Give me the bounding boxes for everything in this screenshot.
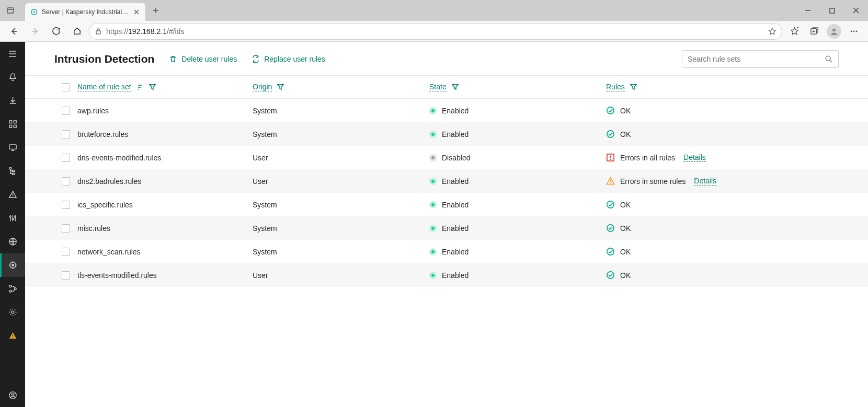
sidebar-item-assets[interactable] xyxy=(0,136,25,159)
svg-point-18 xyxy=(9,216,11,217)
details-link[interactable]: Details xyxy=(683,153,706,162)
sidebar xyxy=(0,42,25,407)
nav-forward[interactable] xyxy=(26,22,44,40)
table-row[interactable]: tls-events-modified.rules User Enabled O… xyxy=(25,263,868,287)
replace-user-rules-button[interactable]: Replace user rules xyxy=(252,55,325,63)
more-icon xyxy=(850,27,858,36)
sidebar-item-structure[interactable] xyxy=(0,159,25,183)
svg-point-38 xyxy=(607,225,614,231)
address-bar[interactable]: https://192.168.2.1/#/ids xyxy=(89,23,782,40)
select-all-checkbox[interactable] xyxy=(62,83,70,91)
window-minimize[interactable] xyxy=(796,0,820,21)
search-box[interactable] xyxy=(682,50,839,68)
cell-name: bruteforce.rules xyxy=(77,130,128,138)
state-dot-disabled xyxy=(429,154,437,161)
table-body: awp.rules System Enabled OK bruteforce.r… xyxy=(25,99,868,287)
window-close[interactable] xyxy=(844,0,868,21)
svg-point-40 xyxy=(607,272,614,278)
svg-point-31 xyxy=(826,56,830,61)
sort-button[interactable] xyxy=(136,84,144,91)
browser-tab-active[interactable]: Server | Kaspersky Industrial Cyb xyxy=(25,3,145,21)
page-header: Intrusion Detection Delete user rules Re… xyxy=(25,42,868,76)
favorites-button[interactable] xyxy=(785,22,803,40)
row-checkbox[interactable] xyxy=(62,201,70,209)
delete-user-rules-button[interactable]: Delete user rules xyxy=(169,55,237,63)
sidebar-item-attention[interactable] xyxy=(0,324,25,347)
sidebar-item-network[interactable] xyxy=(0,230,25,253)
cell-name: ics_specific.rules xyxy=(77,201,133,209)
svg-point-27 xyxy=(12,311,14,313)
row-checkbox[interactable] xyxy=(62,130,70,138)
table-row[interactable]: dns-events-modified.rules User Disabled … xyxy=(25,146,868,169)
table-row[interactable]: bruteforce.rules System Enabled OK xyxy=(25,122,868,146)
state-dot-enabled xyxy=(429,248,437,255)
url-text: https://192.168.2.1/#/ids xyxy=(106,27,764,36)
check-circle-icon xyxy=(606,271,615,280)
row-checkbox[interactable] xyxy=(62,107,70,115)
cell-origin: System xyxy=(253,107,277,115)
col-header-name: Name of rule set xyxy=(77,83,253,91)
filter-button-name[interactable] xyxy=(149,84,156,90)
filter-button-origin[interactable] xyxy=(277,84,284,90)
arrow-left-icon xyxy=(9,27,19,36)
filter-button-rules[interactable] xyxy=(630,84,637,90)
favicon-icon xyxy=(30,8,38,16)
browser-toolbar: https://192.168.2.1/#/ids xyxy=(0,21,868,42)
avatar xyxy=(827,24,841,39)
filter-button-state[interactable] xyxy=(452,84,459,90)
cell-origin: System xyxy=(253,130,277,138)
profile-button[interactable] xyxy=(825,22,843,40)
warning-solid-icon xyxy=(8,331,17,340)
target-icon xyxy=(8,261,17,270)
collections-button[interactable] xyxy=(805,22,823,40)
svg-point-32 xyxy=(607,107,614,114)
sidebar-item-settings[interactable] xyxy=(0,300,25,324)
window-maximize[interactable] xyxy=(820,0,844,21)
table-row[interactable]: ics_specific.rules System Enabled OK xyxy=(25,193,868,216)
sidebar-menu-toggle[interactable] xyxy=(0,42,25,65)
search-input[interactable] xyxy=(688,55,820,63)
sidebar-item-ids[interactable] xyxy=(0,253,25,277)
tab-title: Server | Kaspersky Industrial Cyb xyxy=(42,8,129,16)
sidebar-item-integrations[interactable] xyxy=(0,277,25,300)
star-add-icon[interactable] xyxy=(768,27,776,36)
sidebar-item-monitoring[interactable] xyxy=(0,206,25,230)
state-text: Enabled xyxy=(442,130,469,138)
row-checkbox[interactable] xyxy=(62,224,70,232)
bell-icon xyxy=(8,73,17,82)
refresh-icon xyxy=(52,27,61,36)
svg-point-7 xyxy=(851,30,852,32)
row-checkbox[interactable] xyxy=(62,177,70,185)
sort-icon xyxy=(136,84,144,91)
tab-list-button[interactable] xyxy=(0,0,21,21)
favorites-icon xyxy=(790,27,799,36)
table-row[interactable]: awp.rules System Enabled OK xyxy=(25,99,868,122)
svg-point-19 xyxy=(12,218,14,220)
more-button[interactable] xyxy=(845,22,863,40)
nav-back[interactable] xyxy=(5,22,23,40)
branch-icon xyxy=(8,284,17,293)
state-dot-enabled xyxy=(429,107,437,114)
sidebar-item-download[interactable] xyxy=(0,89,25,112)
table-row[interactable]: misc.rules System Enabled OK xyxy=(25,216,868,240)
tabs-icon xyxy=(6,6,15,15)
row-checkbox[interactable] xyxy=(62,154,70,162)
svg-point-37 xyxy=(607,201,614,208)
new-tab-button[interactable] xyxy=(147,2,164,19)
table-row[interactable]: network_scan.rules System Enabled OK xyxy=(25,240,868,263)
sidebar-item-notifications[interactable] xyxy=(0,65,25,89)
table-row[interactable]: dns2.badrules.rules User Enabled Errors … xyxy=(25,169,868,193)
sidebar-item-dashboard[interactable] xyxy=(0,112,25,136)
tab-close-button[interactable] xyxy=(133,8,140,16)
nav-refresh[interactable] xyxy=(47,22,65,40)
row-checkbox[interactable] xyxy=(62,271,70,280)
check-circle-icon xyxy=(606,106,615,115)
sidebar-item-alerts[interactable] xyxy=(0,183,25,206)
browser-titlebar: Server | Kaspersky Industrial Cyb xyxy=(0,0,868,21)
state-dot-enabled xyxy=(429,272,437,279)
row-checkbox[interactable] xyxy=(62,248,70,256)
details-link[interactable]: Details xyxy=(694,177,716,185)
cell-name: dns-events-modified.rules xyxy=(77,154,161,162)
sidebar-item-user[interactable] xyxy=(0,383,25,407)
nav-home[interactable] xyxy=(68,22,86,40)
